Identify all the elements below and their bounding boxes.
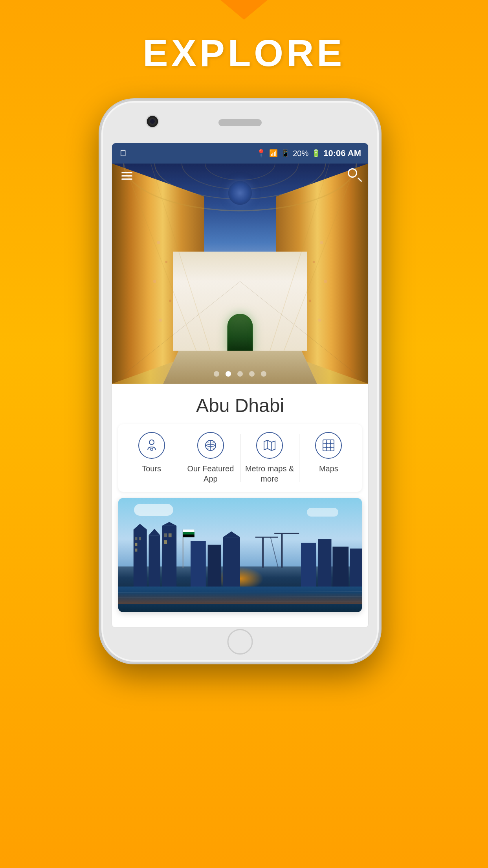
water-reflection-area [118,587,362,612]
floral-pattern-svg [112,164,368,384]
phone-camera [147,116,158,127]
svg-rect-47 [208,545,221,590]
mosque-corridor-image [112,164,368,384]
menu-line-1 [121,172,132,173]
status-time: 10:06 AM [323,148,361,158]
svg-rect-58 [183,535,194,537]
feature-card-featured-app[interactable]: Our Featured App [181,432,240,484]
svg-marker-36 [134,524,147,530]
svg-point-15 [320,241,323,244]
wifi-icon: 📶 [269,149,278,158]
carousel-dot-1[interactable] [214,371,219,377]
carousel-dot-2[interactable] [226,371,231,377]
status-bar-left: 🗒 [119,148,128,158]
svg-rect-53 [350,548,362,590]
svg-rect-46 [191,541,206,590]
battery-icon: 🔋 [312,149,320,158]
phone-shell: 🗒 📍 📶 📱 20% 🔋 10:06 AM [99,98,382,664]
menu-line-2 [121,175,132,177]
svg-point-16 [313,261,315,263]
svg-rect-50 [301,543,316,590]
battery-percent: 20% [293,149,308,158]
svg-point-34 [330,447,332,449]
search-circle [348,168,357,178]
tours-label: Tours [142,463,161,474]
city-name: Abu Dhabi [120,395,360,416]
svg-rect-37 [149,535,160,590]
hero-carousel [112,164,368,384]
svg-point-31 [326,443,328,445]
app-icon: 🗒 [119,148,128,158]
svg-rect-26 [323,440,334,451]
featured-app-icon [197,432,224,459]
svg-rect-64 [169,533,172,537]
svg-marker-38 [149,529,160,535]
svg-rect-56 [183,530,194,532]
svg-point-12 [153,280,156,283]
tours-icon [138,432,165,459]
featured-app-label: Our Featured App [183,463,238,484]
city-skyline-image [118,498,362,612]
maps-icon [315,432,342,459]
cloud-2 [307,508,338,517]
svg-point-14 [159,319,162,322]
menu-line-3 [121,178,132,180]
svg-marker-40 [162,522,176,526]
signal-icon: 📱 [281,149,290,158]
svg-point-32 [330,443,332,445]
phone-screen: 🗒 📍 📶 📱 20% 🔋 10:06 AM [112,143,369,628]
metro-maps-icon [256,432,283,459]
svg-point-17 [324,280,327,283]
svg-point-11 [165,261,167,263]
svg-rect-62 [135,548,138,552]
svg-marker-49 [223,531,240,537]
metro-maps-label: Metro maps & more [242,463,297,484]
feature-card-tours[interactable]: Tours [122,432,181,484]
svg-rect-57 [183,532,194,535]
search-handle [357,177,362,182]
svg-rect-65 [164,540,167,544]
svg-line-66 [118,592,362,593]
svg-rect-60 [139,537,141,540]
svg-point-18 [309,300,311,302]
svg-rect-61 [135,543,138,546]
location-icon: 📍 [256,149,266,158]
svg-line-43 [271,537,278,568]
svg-point-21 [150,448,153,451]
water-ripples-svg [118,587,362,612]
feature-card-metro[interactable]: Metro maps & more [240,432,299,484]
svg-point-19 [318,319,321,322]
screen-content: 🗒 📍 📶 📱 20% 🔋 10:06 AM [112,143,368,627]
svg-rect-59 [135,537,138,540]
status-bar: 🗒 📍 📶 📱 20% 🔋 10:06 AM [112,143,368,164]
svg-point-10 [157,241,160,244]
phone-mockup: 🗒 📍 📶 📱 20% 🔋 10:06 AM [99,98,389,786]
svg-rect-63 [164,533,167,537]
city-title-section: Abu Dhabi [112,384,368,424]
svg-line-67 [118,596,362,598]
carousel-dot-5[interactable] [261,371,266,377]
top-triangle [220,0,268,20]
feature-cards-row: Tours [118,424,362,492]
phone-home-button[interactable] [227,629,253,655]
carousel-dot-3[interactable] [237,371,243,377]
svg-point-33 [326,447,328,449]
svg-rect-52 [332,547,349,590]
carousel-dots [214,371,266,377]
svg-point-13 [169,300,171,302]
carousel-dot-4[interactable] [249,371,255,377]
svg-point-20 [149,440,154,445]
status-bar-right: 📍 📶 📱 20% 🔋 10:06 AM [256,148,361,158]
cloud-1 [134,504,173,516]
maps-label: Maps [319,463,338,474]
svg-rect-48 [223,537,240,590]
explore-title: EXPLORE [143,31,345,75]
feature-card-maps[interactable]: Maps [299,432,358,484]
skyline-svg [118,520,362,590]
svg-line-68 [118,601,362,602]
svg-rect-51 [318,539,332,590]
search-button[interactable] [348,168,362,182]
menu-button[interactable] [119,170,135,182]
phone-speaker [218,119,262,126]
